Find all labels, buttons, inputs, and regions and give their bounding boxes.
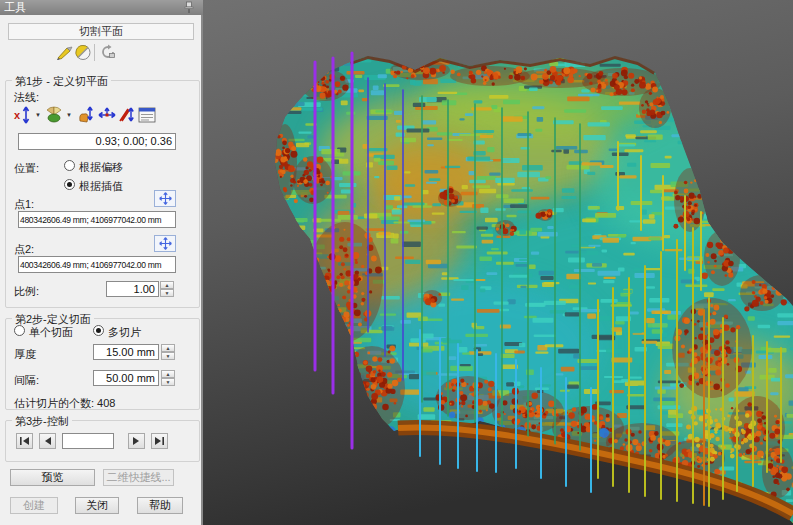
pick-cross-icon xyxy=(159,192,172,205)
application-window: 工具 切割平面 第1步 - 定义切平面 法线: xyxy=(0,0,793,525)
spacing-input[interactable]: 50.00 mm xyxy=(93,370,159,386)
point1-pick-button[interactable] xyxy=(154,190,176,207)
pin-icon[interactable] xyxy=(183,1,195,14)
point2-pick-button[interactable] xyxy=(154,235,176,252)
tab-cutting-plane[interactable]: 切割平面 xyxy=(8,23,194,40)
skip-first-icon xyxy=(19,436,30,446)
radio-single-section[interactable] xyxy=(14,325,25,336)
thickness-spinner[interactable]: ▲▼ xyxy=(161,344,175,360)
scale-spinner[interactable]: ▲▼ xyxy=(160,281,174,297)
help-button[interactable]: 帮助 xyxy=(137,497,183,514)
svg-text:x: x xyxy=(14,109,21,121)
radio-multi-slice[interactable] xyxy=(93,325,104,336)
point2-label: 点2: xyxy=(14,242,34,257)
create-button[interactable]: 创建 xyxy=(10,497,58,514)
first-slice-button[interactable] xyxy=(16,433,33,449)
point-cloud-scene xyxy=(203,0,793,525)
position-label: 位置: xyxy=(14,161,39,176)
slice-count-estimate: 估计切片的个数: 408 xyxy=(14,396,115,411)
shortcut-2d-button[interactable]: 二维快捷线... xyxy=(103,469,174,486)
view-direction-icon[interactable] xyxy=(44,105,64,125)
skip-last-icon xyxy=(154,436,165,446)
axis-x-normal-icon[interactable]: x xyxy=(13,105,33,125)
point1-label: 点1: xyxy=(14,197,34,212)
radio-multi-slice-label[interactable]: 多切片 xyxy=(108,325,141,340)
spacing-label: 间隔: xyxy=(14,373,39,388)
radio-single-section-label[interactable]: 单个切面 xyxy=(29,325,73,340)
numeric-dialog-icon[interactable] xyxy=(137,105,157,125)
slice-index-field[interactable] xyxy=(62,433,114,449)
viewport-3d[interactable] xyxy=(203,0,793,525)
step1-label: 第1步 - 定义切平面 xyxy=(12,74,111,89)
radio-by-interpolation-label[interactable]: 根据插值 xyxy=(79,179,123,194)
thickness-input[interactable]: 15.00 mm xyxy=(93,344,159,360)
last-slice-button[interactable] xyxy=(151,433,168,449)
point1-input[interactable]: 480342606.49 mm; 4106977042.00 mm xyxy=(18,211,176,228)
pick-normal-icon[interactable] xyxy=(76,105,96,125)
two-point-normal-icon[interactable] xyxy=(97,105,117,125)
scale-label: 比例: xyxy=(14,284,39,299)
next-icon xyxy=(132,436,141,446)
axis-dropdown-arrow[interactable]: ▼ xyxy=(35,112,41,118)
radio-by-offset[interactable] xyxy=(64,160,75,171)
previous-slice-button[interactable] xyxy=(39,433,56,449)
view-dropdown-arrow[interactable]: ▼ xyxy=(66,112,72,118)
panel-titlebar[interactable]: 工具 xyxy=(0,0,203,15)
spacing-spinner[interactable]: ▲▼ xyxy=(161,370,175,386)
toolbar-separator xyxy=(94,44,95,61)
edit-plane-icon[interactable] xyxy=(56,44,74,61)
step3-label: 第3步-控制 xyxy=(12,414,72,429)
previous-icon xyxy=(43,436,52,446)
point2-input[interactable]: 400342606.49 mm; 4106977042.00 mm xyxy=(18,256,176,273)
radio-by-interpolation[interactable] xyxy=(64,179,75,190)
normal-vector-input[interactable]: 0.93; 0.00; 0.36 xyxy=(18,133,176,150)
radio-by-offset-label[interactable]: 根据偏移 xyxy=(79,160,123,175)
tools-panel: 工具 切割平面 第1步 - 定义切平面 法线: xyxy=(0,0,203,525)
panel-title: 工具 xyxy=(4,1,26,13)
settings-rotate-icon[interactable] xyxy=(99,44,117,61)
next-slice-button[interactable] xyxy=(128,433,145,449)
pick-cross-icon xyxy=(159,237,172,250)
pick-axis-icon[interactable] xyxy=(117,105,137,125)
normal-label: 法线: xyxy=(14,90,39,105)
close-button[interactable]: 关闭 xyxy=(75,497,119,514)
preview-button[interactable]: 预览 xyxy=(10,469,95,486)
scale-input[interactable]: 1.00 xyxy=(106,281,159,297)
disable-plane-icon[interactable] xyxy=(74,44,92,61)
thickness-label: 厚度 xyxy=(14,347,36,362)
